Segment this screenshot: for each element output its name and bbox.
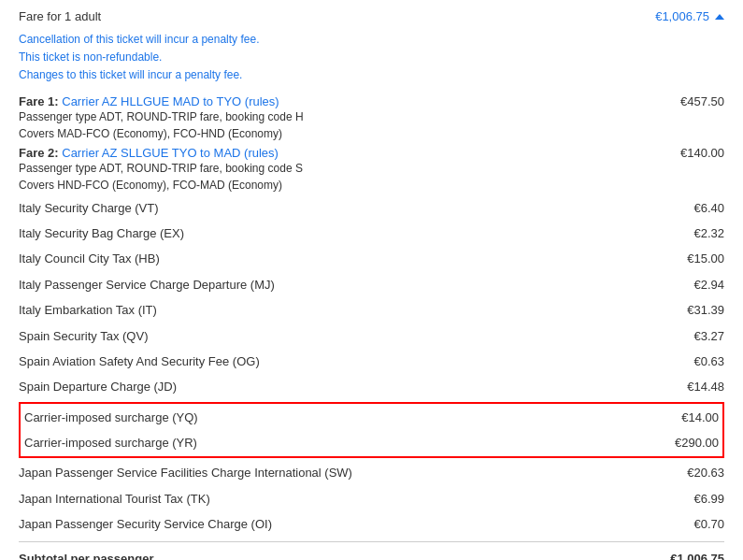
subtotals-list: Subtotal per passenger€1,006.75Number of… bbox=[19, 546, 724, 560]
fees-list-2: Japan Passenger Service Facilities Charg… bbox=[19, 460, 724, 537]
highlighted-fee-label-1: Carrier-imposed surcharge (YR) bbox=[24, 432, 653, 453]
fee-amount-2: €15.00 bbox=[659, 248, 724, 269]
fare1-bold: Fare 1: bbox=[19, 94, 62, 108]
fare1-sub1: Passenger type ADT, ROUND-TRIP fare, boo… bbox=[19, 108, 650, 125]
fee-row-1: Italy Security Bag Charge (EX)€2.32 bbox=[19, 221, 724, 246]
fare2-label: Fare 2: Carrier AZ SLLGUE TYO to MAD (ru… bbox=[19, 146, 659, 194]
highlighted-fee-amount-1: €290.00 bbox=[653, 432, 719, 453]
fare2-sub1: Passenger type ADT, ROUND-TRIP fare, boo… bbox=[19, 160, 650, 177]
fee-row-0: Italy Security Charge (VT)€6.40 bbox=[19, 195, 724, 221]
fee-amount-3: €2.94 bbox=[659, 274, 724, 295]
fee-label-3: Italy Passenger Service Charge Departure… bbox=[19, 274, 659, 295]
fare-detail-container: Fare for 1 adult €1,006.75 Cancellation … bbox=[0, 0, 743, 560]
fee-amount-4: €31.39 bbox=[659, 299, 724, 321]
fare2-row: Fare 2: Carrier AZ SLLGUE TYO to MAD (ru… bbox=[19, 144, 724, 195]
fare1-label: Fare 1: Carrier AZ HLLGUE MAD to TYO (ru… bbox=[19, 94, 659, 142]
highlighted-fee-label-0: Carrier-imposed surcharge (YQ) bbox=[24, 407, 653, 428]
fee2-amount-0: €20.63 bbox=[659, 462, 724, 483]
fare1-amount: €457.50 bbox=[659, 94, 724, 108]
fare2-sub2: Covers HND-FCO (Economy), FCO-MAD (Econo… bbox=[19, 177, 650, 194]
fare2-amount: €140.00 bbox=[659, 146, 724, 160]
fee2-row-2: Japan Passenger Security Service Charge … bbox=[19, 511, 724, 537]
highlighted-fee-row-1: Carrier-imposed surcharge (YR)€290.00 bbox=[21, 430, 722, 455]
highlighted-fee-amount-0: €14.00 bbox=[653, 407, 719, 428]
fare1-sub2: Covers MAD-FCO (Economy), FCO-HND (Econo… bbox=[19, 125, 650, 142]
fee-row-6: Spain Aviation Safety And Security Fee (… bbox=[19, 349, 724, 374]
fee2-row-0: Japan Passenger Service Facilities Charg… bbox=[19, 460, 724, 485]
fee2-amount-2: €0.70 bbox=[659, 513, 724, 535]
fee-label-5: Spain Security Tax (QV) bbox=[19, 325, 659, 347]
notice-2: This ticket is non-refundable. bbox=[19, 49, 724, 66]
fare2-rules[interactable]: (rules) bbox=[244, 146, 279, 160]
fee-row-2: Italy Council City Tax (HB)€15.00 bbox=[19, 246, 724, 271]
fee-amount-6: €0.63 bbox=[659, 351, 724, 372]
fee-label-4: Italy Embarkation Tax (IT) bbox=[19, 299, 659, 321]
subtotal-divider bbox=[19, 541, 724, 542]
notices: Cancellation of this ticket will incur a… bbox=[19, 31, 724, 85]
fee2-label-0: Japan Passenger Service Facilities Charg… bbox=[19, 462, 659, 483]
subtotal-amount-0: €1,006.75 bbox=[659, 548, 724, 560]
fee2-label-1: Japan International Tourist Tax (TK) bbox=[19, 488, 659, 510]
fee-label-1: Italy Security Bag Charge (EX) bbox=[19, 223, 659, 244]
fare1-rules[interactable]: (rules) bbox=[245, 94, 279, 108]
header-row: Fare for 1 adult €1,006.75 bbox=[19, 9, 724, 23]
fare-header-amount: €1,006.75 bbox=[655, 9, 724, 23]
highlighted-surcharges-box: Carrier-imposed surcharge (YQ)€14.00Carr… bbox=[19, 402, 724, 459]
fee-amount-5: €3.27 bbox=[659, 325, 724, 347]
fee-amount-7: €14.48 bbox=[659, 376, 724, 397]
fee2-amount-1: €6.99 bbox=[659, 488, 724, 510]
fare-total-amount: €1,006.75 bbox=[655, 9, 709, 23]
fare1-text: Carrier AZ HLLGUE MAD to TYO bbox=[62, 94, 241, 108]
fare2-text: Carrier AZ SLLGUE TYO to MAD bbox=[62, 146, 240, 160]
fee-row-7: Spain Departure Charge (JD)€14.48 bbox=[19, 374, 724, 399]
fee-label-6: Spain Aviation Safety And Security Fee (… bbox=[19, 351, 659, 372]
fare-header-label: Fare for 1 adult bbox=[19, 9, 101, 23]
fee-label-2: Italy Council City Tax (HB) bbox=[19, 248, 659, 269]
fee-amount-1: €2.32 bbox=[659, 223, 724, 244]
subtotal-label-0: Subtotal per passenger bbox=[19, 548, 659, 560]
subtotal-row-0: Subtotal per passenger€1,006.75 bbox=[19, 546, 724, 560]
fee-amount-0: €6.40 bbox=[659, 197, 724, 219]
fare1-row: Fare 1: Carrier AZ HLLGUE MAD to TYO (ru… bbox=[19, 93, 724, 144]
notice-1: Cancellation of this ticket will incur a… bbox=[19, 31, 724, 49]
fee-row-5: Spain Security Tax (QV)€3.27 bbox=[19, 323, 724, 349]
highlighted-fee-row-0: Carrier-imposed surcharge (YQ)€14.00 bbox=[21, 405, 722, 430]
fee-label-0: Italy Security Charge (VT) bbox=[19, 197, 659, 219]
fare2-bold: Fare 2: bbox=[19, 146, 62, 160]
fees-list: Italy Security Charge (VT)€6.40Italy Sec… bbox=[19, 195, 724, 400]
notice-3: Changes to this ticket will incur a pena… bbox=[19, 66, 724, 84]
chevron-up-icon[interactable] bbox=[715, 14, 724, 20]
fee2-label-2: Japan Passenger Security Service Charge … bbox=[19, 513, 659, 535]
fee-row-4: Italy Embarkation Tax (IT)€31.39 bbox=[19, 297, 724, 323]
fee2-row-1: Japan International Tourist Tax (TK)€6.9… bbox=[19, 486, 724, 511]
fee-row-3: Italy Passenger Service Charge Departure… bbox=[19, 272, 724, 297]
fee-label-7: Spain Departure Charge (JD) bbox=[19, 376, 659, 397]
